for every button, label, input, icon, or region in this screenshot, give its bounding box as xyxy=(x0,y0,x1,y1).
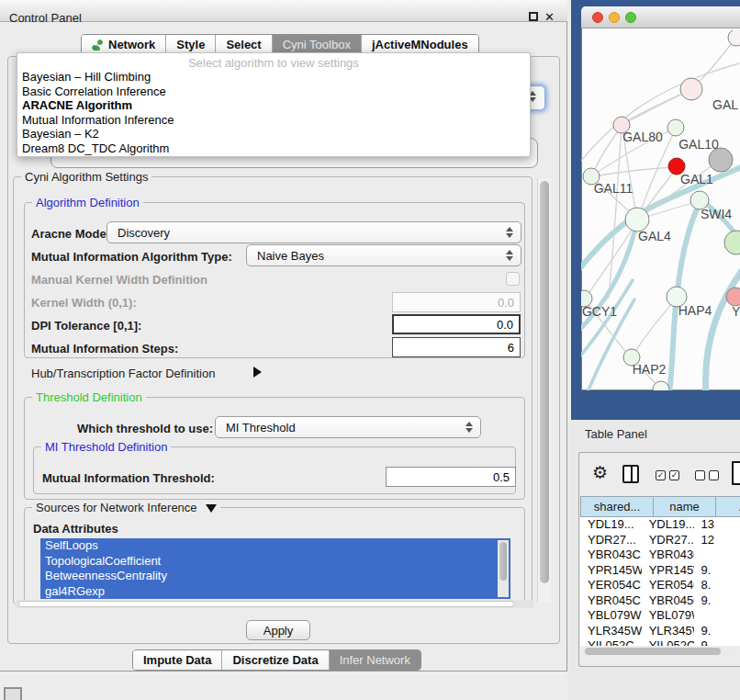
float-window-icon[interactable] xyxy=(529,12,538,21)
mi-steps-field[interactable] xyxy=(392,337,521,357)
kernel-width-field[interactable] xyxy=(392,292,521,312)
table-cell xyxy=(694,548,740,563)
algorithm-option-dream8-dc-tdc-algorithm[interactable]: Dream8 DC_TDC Algorithm xyxy=(17,141,530,156)
table-cell: YPR145W xyxy=(642,563,694,579)
close-icon[interactable]: ✕ xyxy=(544,10,555,24)
algorithm-option-bayesian-k2[interactable]: Bayesian – K2 xyxy=(17,127,530,141)
unchecked-checkbox-icon[interactable] xyxy=(695,470,705,480)
mi-steps-label: Mutual Information Steps: xyxy=(31,342,178,356)
node-label: SWI4 xyxy=(701,207,732,221)
mi-algorithm-type-select[interactable]: Naive Bayes xyxy=(246,244,521,266)
algorithm-option-mutual-information-inference[interactable]: Mutual Information Inference xyxy=(17,113,530,128)
unchecked-checkbox-icon[interactable] xyxy=(709,470,719,480)
tab-infer-network[interactable]: Infer Network xyxy=(329,650,420,670)
bottom-tabbar: Impute DataDiscretize DataInfer Network xyxy=(132,649,421,671)
dpi-tolerance-field[interactable] xyxy=(392,314,521,334)
checked-checkbox-icon[interactable]: ✓ xyxy=(656,470,666,480)
close-window-icon[interactable] xyxy=(592,12,603,23)
table-horizontal-scrollbar[interactable] xyxy=(581,647,739,656)
settings-horizontal-scrollbar[interactable] xyxy=(15,600,534,608)
table-row[interactable]: YBR045CYBR045C9. xyxy=(580,593,740,609)
selected-value: Discovery xyxy=(118,226,170,240)
network-node-gal[interactable] xyxy=(680,78,702,100)
node-label: GAL xyxy=(712,97,738,112)
network-window-titlebar[interactable] xyxy=(581,6,740,28)
table-row[interactable]: YBR043CYBR043C xyxy=(580,548,740,563)
attribute-item-betweennesscentrality[interactable]: BetweennessCentrality xyxy=(40,569,510,584)
control-panel-titlebar[interactable] xyxy=(0,0,567,22)
table-cell: YBR045C xyxy=(580,593,642,609)
tab-network[interactable]: Network xyxy=(82,35,165,54)
table-cell: 9. xyxy=(694,593,740,609)
collapse-arrow-icon[interactable] xyxy=(206,504,217,513)
algorithm-option-bayesian-hill-climbing[interactable]: Bayesian – Hill Climbing xyxy=(17,70,530,85)
table-row[interactable]: YDL19...YDL19...13 xyxy=(580,517,740,533)
minimized-panel-icon[interactable] xyxy=(4,687,22,700)
table-body: YDL19...YDL19...13YDR27...YDR27...12YBR0… xyxy=(580,517,740,646)
algorithm-option-basic-correlation-inference[interactable]: Basic Correlation Inference xyxy=(17,85,530,99)
zoom-window-icon[interactable] xyxy=(625,12,636,23)
gear-icon[interactable]: ⚙ xyxy=(592,464,608,481)
group-title: Sources for Network Inference xyxy=(32,501,220,514)
table-cell: 12 xyxy=(694,533,740,548)
network-node[interactable] xyxy=(724,231,740,254)
table-row[interactable]: YIL052CYIL052C9 xyxy=(580,638,740,646)
table-row[interactable]: YLR345WYLR345W9. xyxy=(580,624,740,639)
tab-discretize-data[interactable]: Discretize Data xyxy=(221,650,328,670)
group-title: Threshold Definition xyxy=(32,390,146,404)
columns-icon[interactable] xyxy=(622,465,639,483)
scrollbar-thumb[interactable] xyxy=(585,648,721,655)
tab-cyni-toolbox[interactable]: Cyni Toolbox xyxy=(272,35,361,54)
which-threshold-label: Which threshold to use: xyxy=(77,422,213,435)
aracne-mode-select[interactable]: Discovery xyxy=(107,221,521,243)
group-title: MI Threshold Definition xyxy=(41,440,171,454)
hub-section-label: Hub/Transcription Factor Definition xyxy=(31,367,215,380)
network-node-gal10[interactable] xyxy=(667,119,684,136)
tab-impute-data[interactable]: Impute Data xyxy=(133,650,221,670)
column-header-a[interactable]: A xyxy=(716,496,740,517)
table-row[interactable]: YBL079WYBL079W xyxy=(580,608,740,624)
data-attributes-list: SelfLoopsTopologicalCoefficientBetweenne… xyxy=(40,538,510,599)
manual-kernel-width-checkbox[interactable] xyxy=(506,272,520,286)
attributes-list-scrollbar[interactable] xyxy=(498,540,509,597)
algorithm-select-popup: Select algorithm to view settings Bayesi… xyxy=(17,52,531,157)
attribute-item-selfloops[interactable]: SelfLoops xyxy=(40,538,510,554)
spinner-arrows-icon xyxy=(465,422,473,433)
attribute-item-topologicalcoefficient[interactable]: TopologicalCoefficient xyxy=(40,554,510,570)
app-screen: Control Panel ✕ NetworkStyleSelectCyni T… xyxy=(0,0,740,700)
attribute-item-gal4rgexp[interactable]: gal4RGexp xyxy=(40,584,510,600)
which-threshold-select[interactable]: MI Threshold xyxy=(215,416,481,438)
document-icon[interactable] xyxy=(732,461,740,485)
network-canvas[interactable]: GALGAL80GAL10GAL1GAL11GAL4SWI4GCY1HAP4YH… xyxy=(581,30,740,390)
scrollbar-thumb[interactable] xyxy=(499,542,507,581)
mi-algorithm-type-label: Mutual Information Algorithm Type: xyxy=(31,250,232,264)
table-cell: 13 xyxy=(694,517,740,533)
table-cell: YER054C xyxy=(642,578,694,593)
tab-jactivemnodules[interactable]: jActiveMNodules xyxy=(361,35,478,54)
tab-style[interactable]: Style xyxy=(165,35,215,54)
scrollbar-thumb[interactable] xyxy=(540,181,549,583)
network-node-y[interactable] xyxy=(726,288,740,306)
table-row[interactable]: YER054CYER054C8. xyxy=(580,578,740,593)
node-label: HAP4 xyxy=(678,303,712,318)
table-row[interactable]: YPR145WYPR145W9. xyxy=(580,563,740,579)
mi-threshold-field[interactable] xyxy=(386,467,516,487)
column-header-shared[interactable]: shared... xyxy=(580,496,654,517)
algorithm-option-aracne-algorithm[interactable]: ARACNE Algorithm xyxy=(17,98,530,113)
column-header-name[interactable]: name xyxy=(654,496,716,517)
table-cell: YBR045C xyxy=(642,593,694,609)
table-cell: YBR043C xyxy=(580,548,642,563)
scrollbar-thumb[interactable] xyxy=(18,601,514,607)
settings-vertical-scrollbar[interactable] xyxy=(537,178,551,603)
network-edge xyxy=(706,261,740,390)
expand-arrow-icon[interactable] xyxy=(253,367,262,378)
selected-value: MI Threshold xyxy=(226,421,296,435)
network-node[interactable] xyxy=(728,30,740,46)
table-row[interactable]: YDR27...YDR27...12 xyxy=(580,533,740,548)
minimize-window-icon[interactable] xyxy=(609,12,620,23)
apply-button[interactable]: Apply xyxy=(246,620,310,640)
checked-checkbox-icon[interactable]: ✓ xyxy=(669,470,679,480)
algorithm-list: Bayesian – Hill ClimbingBasic Correlatio… xyxy=(17,70,530,156)
selected-value: Naive Bayes xyxy=(257,249,324,263)
tab-select[interactable]: Select xyxy=(215,35,271,54)
